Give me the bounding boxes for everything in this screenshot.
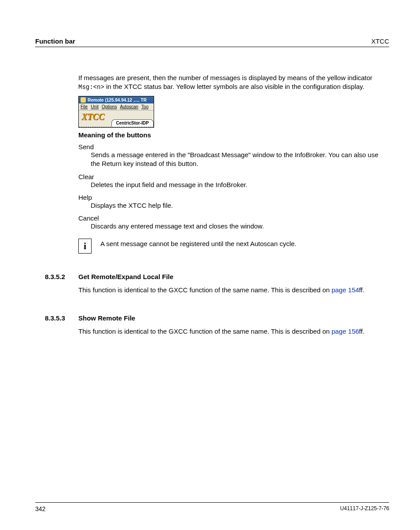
centricstor-tab[interactable]: CentricStor-IDP: [111, 119, 154, 127]
meaning-heading: Meaning of the buttons: [78, 131, 385, 139]
intro-code: Msg:<n>: [78, 84, 104, 91]
menu-autoscan[interactable]: Autoscan: [120, 104, 138, 109]
section-title: Get Remote/Expand Local File: [78, 273, 173, 280]
dashed-divider: [79, 127, 154, 127]
page-number: 342: [35, 505, 45, 512]
section-title: Show Remote File: [78, 314, 135, 322]
section-8-3-5-2-body: This function is identical to the GXCC f…: [78, 286, 385, 294]
def-send: Sends a message entered in the "Broadcas…: [91, 151, 385, 169]
xtcc-window: Remote (125.94.94.12 ,..., TR File Unit …: [78, 96, 154, 128]
header-section-title: Function bar: [35, 37, 75, 45]
link-page-154[interactable]: page 154: [332, 286, 359, 294]
sec2-pre: This function is identical to the GXCC f…: [78, 328, 332, 335]
def-cancel: Discards any entered message text and cl…: [91, 222, 385, 231]
term-clear: Clear: [78, 173, 385, 180]
def-clear: Deletes the input field and message in t…: [91, 180, 385, 189]
link-page-156[interactable]: page 156: [332, 328, 359, 335]
term-help: Help: [78, 194, 385, 201]
sec2-post: ff.: [359, 328, 365, 335]
sec1-pre: This function is identical to the GXCC f…: [78, 286, 332, 294]
section-8-3-5-2: 8.3.5.2 Get Remote/Expand Local File: [35, 273, 385, 280]
main-content: If messages are present, then the number…: [78, 74, 385, 336]
section-8-3-5-3-body: This function is identical to the GXCC f…: [78, 327, 385, 336]
window-titlebar: Remote (125.94.94.12 ,..., TR: [79, 96, 154, 103]
doc-id: U41117-J-Z125-7-76: [340, 505, 389, 512]
menu-tools[interactable]: Too: [141, 104, 148, 109]
info-note: i A sent message cannot be registered un…: [78, 239, 385, 254]
section-number: 8.3.5.3: [35, 314, 69, 322]
menu-unit[interactable]: Unit: [91, 104, 99, 109]
app-icon: [81, 97, 86, 103]
window-title-text: Remote (125.94.94.12 ,..., TR: [88, 98, 147, 103]
intro-post: in the XTCC status bar. Yellow letter sy…: [104, 83, 365, 90]
page-header: Function bar XTCC: [35, 37, 389, 47]
section-8-3-5-3: 8.3.5.3 Show Remote File: [35, 314, 385, 322]
sec1-post: ff.: [359, 286, 365, 294]
menu-file[interactable]: File: [81, 104, 88, 109]
header-product-name: XTCC: [371, 37, 389, 45]
def-help: Displays the XTCC help file.: [91, 201, 385, 210]
info-icon: i: [78, 239, 92, 254]
term-send: Send: [78, 143, 385, 151]
info-note-text: A sent message cannot be registered unti…: [100, 239, 296, 248]
window-body: XTCC CentricStor-IDP: [79, 110, 154, 127]
section-number: 8.3.5.2: [35, 273, 69, 280]
page-footer: 342 U41117-J-Z125-7-76: [35, 502, 389, 512]
menu-bar: File Unit Options Autoscan Too: [79, 103, 154, 110]
menu-options[interactable]: Options: [102, 104, 117, 109]
xtcc-logo: XTCC: [79, 112, 104, 122]
embedded-screenshot: Remote (125.94.94.12 ,..., TR File Unit …: [78, 96, 385, 128]
intro-pre: If messages are present, then the number…: [78, 74, 372, 81]
term-cancel: Cancel: [78, 214, 385, 222]
intro-paragraph: If messages are present, then the number…: [78, 74, 385, 92]
